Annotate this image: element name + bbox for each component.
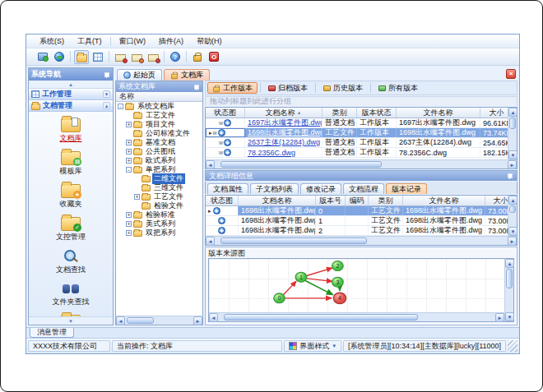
documents-vertical-scrollbar[interactable]: ▲ ▼ (508, 108, 517, 159)
pin-icon[interactable] (104, 71, 110, 78)
sidebar-item-document-control[interactable]: ✓ 文控管理 (56, 214, 86, 242)
scroll-left-icon[interactable]: ◄ (116, 316, 125, 325)
document-link[interactable]: 1698出水嘴零件图.dwg (245, 128, 323, 137)
tab-version-records[interactable]: 版本记录 (386, 183, 427, 194)
sidebar-collapse-up[interactable]: ▲ (29, 81, 113, 89)
mail-alert-button[interactable] (113, 50, 128, 64)
column-header-status[interactable]: 状态图 (206, 196, 239, 205)
menu-tools[interactable]: 工具(T) (71, 35, 109, 48)
archived-version-button[interactable]: 归档版本 (263, 82, 313, 94)
sidebar-group-work[interactable]: 工作管理 ▼ (29, 89, 113, 100)
scroll-down-icon[interactable]: ▼ (508, 150, 517, 159)
document-link[interactable]: 2637主体(12284).dwg (245, 138, 323, 147)
scroll-left-icon[interactable]: ◄ (206, 237, 215, 246)
tab-document-library[interactable]: 文档库 (164, 69, 210, 81)
column-header-code[interactable]: 编码 (346, 196, 369, 205)
scroll-up-icon[interactable]: ▲ (508, 196, 517, 205)
tab-modification-records[interactable]: 修改记录 (300, 183, 341, 194)
column-header-status[interactable]: 状态图 (206, 108, 245, 118)
scrollbar-thumb[interactable] (220, 161, 382, 168)
scroll-up-icon[interactable]: ▲ (505, 259, 514, 268)
tree-toggle-plus-icon[interactable]: + (126, 230, 132, 236)
scroll-left-icon[interactable]: ◄ (206, 160, 215, 169)
column-header-size[interactable]: 大小 (480, 108, 508, 118)
tree-toggle-minus-icon[interactable]: - (126, 167, 132, 173)
sidebar-collapse-down[interactable]: ▼ (29, 316, 113, 325)
working-version-button[interactable]: 工作版本 (207, 82, 258, 94)
document-link[interactable]: 1697出水嘴零件图.dwg (245, 118, 323, 127)
column-header-version[interactable]: 版本号 (316, 196, 346, 205)
document-row[interactable]: w✚ 2637主体(12284).dwg 普通文档 工作版本 2637主体(12… (206, 138, 508, 148)
lock-system-button[interactable] (190, 50, 205, 64)
mail-delete-button[interactable] (146, 50, 160, 64)
scrollbar-thumb[interactable] (506, 269, 513, 288)
column-header-category[interactable]: 类别 (369, 196, 403, 205)
graph-horizontal-scrollbar[interactable]: ◄ ► (209, 312, 504, 321)
version-row[interactable]: ✚ 1698出水嘴零件图.dwg 1 工艺文件 1698出水嘴零件图.dwg 7… (206, 216, 508, 226)
help-button[interactable]: ? (168, 50, 183, 64)
tree-toggle-plus-icon[interactable]: + (134, 194, 140, 200)
scrollbar-thumb[interactable] (220, 238, 367, 244)
document-link[interactable]: 78.2356C.dwg (245, 148, 323, 157)
tree-toggle-plus-icon[interactable]: + (126, 158, 132, 164)
tree-toggle-plus-icon[interactable]: + (126, 122, 132, 127)
scroll-down-icon[interactable]: ▼ (508, 227, 517, 236)
column-header-doc-name[interactable]: 文档名称 (239, 196, 316, 205)
tab-document-workflow[interactable]: 文档流程 (343, 183, 384, 194)
scroll-right-icon[interactable]: ► (508, 237, 517, 246)
exit-button[interactable]: O (207, 50, 221, 64)
tab-subdocument-list[interactable]: 子文档列表 (250, 183, 299, 194)
all-versions-button[interactable]: 所有版本 (374, 82, 423, 94)
scrollbar-thumb[interactable] (224, 314, 418, 321)
mail-receive-button[interactable] (129, 50, 144, 64)
tree-toggle-plus-icon[interactable]: + (126, 212, 132, 218)
tab-start-page[interactable]: 起始页 (117, 69, 162, 81)
version-graph[interactable]: 0 1 2 3 4 (209, 259, 504, 312)
column-header-size[interactable]: 大小 (485, 196, 508, 205)
tree-toggle-plus-icon[interactable]: + (126, 149, 132, 154)
tree-toggle-plus-icon[interactable]: + (126, 221, 132, 227)
scroll-right-icon[interactable]: ► (193, 316, 202, 325)
sidebar-item-favorites[interactable]: ★ 收藏夹 (60, 181, 82, 210)
tab-document-properties[interactable]: 文档属性 (207, 183, 248, 194)
screen-settings-button[interactable] (35, 50, 50, 64)
menu-help[interactable]: 帮助(H) (190, 35, 229, 48)
sidebar-item-document-library[interactable]: 文档库 (60, 115, 82, 144)
tree-toggle-plus-icon[interactable]: + (126, 140, 132, 145)
scroll-right-icon[interactable]: ► (495, 313, 504, 322)
column-header-file-name[interactable]: 文件名称 (397, 108, 480, 118)
scrollbar-thumb[interactable] (509, 205, 516, 213)
menu-plugins[interactable]: 插件(A) (152, 35, 190, 48)
column-header-version-state[interactable]: 版本状态 (357, 108, 397, 118)
tree-node[interactable]: +双把系列 (116, 228, 202, 238)
documents-horizontal-scrollbar[interactable]: ◄ ► (206, 159, 517, 168)
version-row[interactable]: ✚ 1698出水嘴零件图.dwg 2 工艺文件 1698出水嘴零件图.dwg 7… (206, 226, 508, 236)
tree-horizontal-scrollbar[interactable]: ◄ ► (116, 316, 202, 325)
graph-vertical-scrollbar[interactable]: ▲ ▼ (504, 259, 513, 321)
close-tab-button[interactable]: × (506, 69, 516, 79)
scroll-down-icon[interactable]: ▼ (505, 312, 514, 321)
version-row-selected[interactable]: ▸✚ 1698出水嘴零件图.dwg 0 工艺文件 1698出水嘴零件图.dwg … (206, 206, 508, 216)
menu-window[interactable]: 窗口(W) (113, 35, 153, 48)
network-button[interactable] (52, 50, 67, 64)
open-library-button[interactable] (74, 50, 89, 64)
document-row[interactable]: w✚ 78.2356C.dwg 普通文档 工作版本 78.2356C.dwg 1… (206, 148, 508, 158)
document-row-selected[interactable]: ▸w✚ 1698出水嘴零件图.dwg 工艺文件 工作版本 1698出水嘴零件图.… (206, 128, 508, 138)
column-header-category[interactable]: 类别 (323, 108, 357, 118)
sidebar-item-template-library[interactable]: ▤ 模板库 (60, 148, 82, 177)
versions-vertical-scrollbar[interactable]: ▲ ▼ (508, 196, 517, 236)
scrollbar-thumb[interactable] (127, 317, 154, 324)
sidebar-item-document-search[interactable]: 文档查找 (56, 247, 86, 275)
scroll-up-icon[interactable]: ▲ (508, 108, 517, 117)
menu-system[interactable]: 系统(S) (33, 35, 71, 48)
pin-icon[interactable] (193, 84, 200, 90)
message-management-tab[interactable]: 消息管理 (30, 328, 74, 338)
column-header-doc-name[interactable]: 文档名称▲ (245, 108, 323, 118)
resize-grip[interactable] (508, 340, 517, 352)
document-row[interactable]: w✚ 1697出水嘴零件图.dwg 普通文档 工作版本 1697出水嘴零件图.d… (206, 118, 508, 128)
chevron-up-icon[interactable]: ▲ (103, 102, 110, 109)
sidebar-item-folder-search[interactable]: 文件夹查找 (53, 279, 90, 307)
pin-icon[interactable] (507, 173, 513, 179)
versions-horizontal-scrollbar[interactable]: ◄ ► (206, 236, 517, 245)
chevron-down-icon[interactable]: ▼ (103, 90, 110, 98)
